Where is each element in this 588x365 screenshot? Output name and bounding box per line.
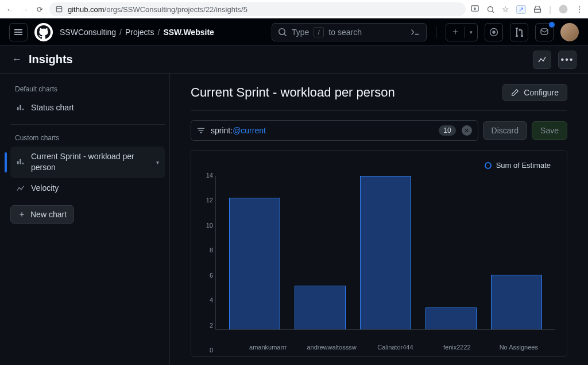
notifications-button[interactable]	[535, 23, 554, 41]
zoom-icon[interactable]	[486, 5, 495, 14]
chart-x-axis: amankumarrrandrewwaltossswCalinator444fe…	[215, 344, 555, 351]
sidebar-item-status-chart[interactable]: Status chart	[10, 98, 165, 118]
chart-legend: Sum of Estimate	[485, 161, 551, 170]
browser-forward-button[interactable]: →	[20, 5, 30, 14]
back-arrow-button[interactable]: ←	[11, 53, 22, 66]
line-chart-icon	[16, 185, 25, 193]
chart-card: Sum of Estimate 14121086420 amankumarrra…	[191, 150, 567, 357]
chevron-down-icon[interactable]: ▾	[156, 159, 159, 166]
bar-slot	[353, 176, 418, 329]
breadcrumbs: SSWConsulting / Projects / SSW.Website	[60, 28, 214, 37]
sidebar-item-velocity[interactable]: Velocity	[10, 178, 165, 199]
create-new-button[interactable]: ＋ ▾	[446, 23, 478, 41]
pencil-icon	[511, 89, 519, 97]
insights-menu-button[interactable]: •••	[558, 51, 577, 69]
insights-header: ← Insights •••	[0, 46, 588, 74]
bar-slot	[287, 176, 353, 329]
x-label: andrewwaltosssw	[304, 344, 358, 351]
profile-icon[interactable]	[558, 4, 568, 14]
chart-title: Current Sprint - workload per person	[191, 85, 493, 100]
breadcrumb-sep: /	[158, 28, 160, 37]
chart-plot-area	[215, 176, 555, 330]
filter-input[interactable]: sprint:@current 10 ✕	[191, 120, 478, 141]
ext1-icon[interactable]: ↗	[516, 5, 526, 14]
notification-dot-icon	[549, 22, 555, 28]
discard-button[interactable]: Discard	[483, 121, 527, 140]
x-label: Calinator444	[370, 344, 420, 351]
github-logo-icon[interactable]	[34, 23, 53, 41]
chart-bar[interactable]	[491, 275, 542, 329]
browser-chrome: ← → ⟳ github.com/orgs/SSWConsulting/proj…	[0, 0, 588, 18]
browser-menu-icon[interactable]: ⋮	[575, 5, 583, 14]
configure-label: Configure	[524, 88, 559, 97]
breadcrumb-sep: /	[119, 28, 122, 37]
sidebar-item-current-sprint[interactable]: Current Sprint - workload per person ▾	[10, 147, 165, 178]
legend-label: Sum of Estimate	[496, 161, 551, 170]
new-chart-button[interactable]: ＋ New chart	[10, 205, 74, 224]
save-button[interactable]: Save	[532, 121, 567, 140]
issues-button[interactable]	[485, 23, 503, 41]
browser-reload-button[interactable]: ⟳	[34, 5, 45, 14]
search-placeholder-prefix: Type	[292, 28, 309, 37]
configure-button[interactable]: Configure	[502, 84, 567, 101]
breadcrumb-projects[interactable]: Projects	[125, 28, 154, 37]
chart-bar[interactable]	[229, 198, 280, 329]
legend-marker-icon	[485, 162, 492, 169]
x-label: No Assignees	[494, 344, 544, 351]
plus-icon: ＋	[18, 209, 26, 220]
insights-title: Insights	[29, 53, 526, 66]
bar-chart-icon	[16, 104, 25, 112]
sidebar-default-charts-title: Default charts	[10, 85, 165, 93]
sidebar-item-label: Velocity	[31, 183, 159, 194]
sidebar-item-label: Status chart	[31, 102, 159, 114]
browser-url-bar[interactable]: github.com/orgs/SSWConsulting/projects/2…	[49, 2, 466, 16]
bar-chart-icon	[16, 158, 25, 166]
breadcrumb-project[interactable]: SSW.Website	[163, 28, 214, 37]
chart-bar[interactable]	[425, 308, 477, 329]
user-avatar[interactable]	[560, 23, 579, 41]
global-search-input[interactable]: Type / to search	[272, 23, 427, 41]
svg-point-4	[488, 6, 493, 11]
install-app-icon[interactable]	[470, 5, 479, 14]
browser-back-button[interactable]: ←	[5, 5, 15, 14]
search-slash-key: /	[314, 27, 324, 37]
svg-point-8	[493, 31, 495, 33]
bar-slot	[484, 176, 550, 329]
pull-requests-button[interactable]	[510, 23, 528, 41]
clear-filter-button[interactable]: ✕	[462, 125, 472, 136]
svg-rect-0	[56, 6, 61, 11]
bookmark-icon[interactable]: ☆	[502, 5, 509, 14]
hamburger-menu-button[interactable]	[9, 23, 28, 41]
kebab-icon: •••	[561, 55, 574, 65]
chart-bar[interactable]	[295, 286, 346, 329]
chart-bar[interactable]	[360, 176, 411, 329]
chart-y-axis: 14121086420	[199, 176, 215, 351]
filter-value: @current	[233, 126, 266, 135]
sidebar-item-label: Current Sprint - workload per person	[31, 151, 150, 174]
sidebar-custom-charts-title: Custom charts	[10, 134, 165, 142]
filter-key: sprint:	[211, 126, 233, 135]
svg-line-5	[492, 11, 494, 13]
extensions-icon[interactable]	[533, 5, 542, 14]
insights-sidebar: Default charts Status chart Custom chart…	[0, 74, 170, 365]
plus-icon: ＋	[446, 26, 465, 38]
filter-count-badge: 10	[439, 125, 455, 136]
svg-point-6	[559, 5, 568, 14]
command-palette-icon[interactable]	[410, 28, 420, 37]
site-info-icon	[55, 5, 63, 13]
bar-slot	[419, 176, 484, 329]
x-label: fenix2222	[432, 344, 482, 351]
chart-mode-button[interactable]	[533, 51, 551, 69]
search-icon	[278, 28, 287, 37]
browser-url-text: github.com/orgs/SSWConsulting/projects/2…	[68, 5, 460, 14]
filter-icon	[197, 126, 205, 135]
github-header: SSWConsulting / Projects / SSW.Website T…	[0, 18, 588, 46]
main-panel: Current Sprint - workload per person Con…	[170, 74, 588, 365]
search-placeholder-suffix: to search	[328, 28, 362, 37]
new-chart-label: New chart	[30, 210, 67, 219]
chevron-down-icon: ▾	[465, 29, 477, 35]
x-label: amankumarrr	[243, 344, 293, 351]
breadcrumb-org[interactable]: SSWConsulting	[60, 28, 116, 37]
bar-slot	[222, 176, 287, 329]
